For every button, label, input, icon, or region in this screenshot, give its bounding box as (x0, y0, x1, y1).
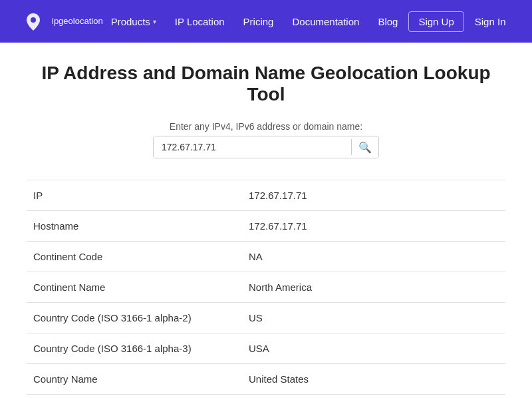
page-title: IP Address and Domain Name Geolocation L… (27, 63, 505, 105)
search-box: 🔍 (153, 136, 379, 158)
result-value: 🇺🇸 (242, 395, 505, 399)
nav-links: Products ▾ IP Location Pricing Documenta… (103, 11, 514, 33)
nav-link-signup[interactable]: Sign Up (408, 11, 464, 32)
nav-link-signin[interactable]: Sign In (467, 11, 514, 33)
table-row: IP172.67.17.71 (27, 180, 505, 211)
result-value: United States (242, 364, 505, 395)
result-key: Continent Code (27, 242, 242, 272)
nav-link-documentation[interactable]: Documentation (284, 11, 367, 33)
result-key: Hostname (27, 211, 242, 242)
nav-link-products[interactable]: Products ▾ (103, 11, 164, 33)
table-row: Continent CodeNA (27, 242, 505, 272)
results-table: IP172.67.17.71Hostname172.67.17.71Contin… (27, 180, 505, 398)
table-row: Country NameUnited States (27, 364, 505, 395)
result-key: Country Code (ISO 3166-1 alpha-3) (27, 333, 242, 364)
search-label: Enter any IPv4, IPv6 address or domain n… (170, 121, 362, 132)
result-key: Country Flag (27, 395, 242, 399)
main-content: IP Address and Domain Name Geolocation L… (13, 43, 519, 398)
result-key: Country Code (ISO 3166-1 alpha-2) (27, 303, 242, 333)
result-value: 172.67.17.71 (242, 180, 505, 211)
table-row: Continent NameNorth America (27, 272, 505, 303)
logo-text: ipgeolocation (52, 16, 103, 27)
nav-link-ip-location[interactable]: IP Location (167, 11, 233, 33)
table-row: Country Flag🇺🇸 (27, 395, 505, 399)
result-value: USA (242, 333, 505, 364)
chevron-down-icon: ▾ (153, 18, 156, 25)
table-row: Hostname172.67.17.71 (27, 211, 505, 242)
logo-icon (20, 8, 47, 35)
navbar: ipgeolocation Products ▾ IP Location Pri… (0, 0, 532, 43)
nav-link-blog[interactable]: Blog (370, 11, 406, 33)
nav-link-pricing[interactable]: Pricing (235, 11, 282, 33)
result-key: Continent Name (27, 272, 242, 303)
nav-logo[interactable]: ipgeolocation (20, 8, 103, 35)
search-section: Enter any IPv4, IPv6 address or domain n… (27, 121, 505, 158)
search-icon: 🔍 (358, 141, 372, 154)
table-row: Country Code (ISO 3166-1 alpha-2)US (27, 303, 505, 333)
result-key: Country Name (27, 364, 242, 395)
svg-point-1 (31, 17, 36, 23)
result-value: North America (242, 272, 505, 303)
result-value: NA (242, 242, 505, 272)
search-button[interactable]: 🔍 (352, 137, 378, 158)
search-input[interactable] (154, 136, 351, 158)
result-value: US (242, 303, 505, 333)
result-key: IP (27, 180, 242, 211)
table-row: Country Code (ISO 3166-1 alpha-3)USA (27, 333, 505, 364)
result-value: 172.67.17.71 (242, 211, 505, 242)
